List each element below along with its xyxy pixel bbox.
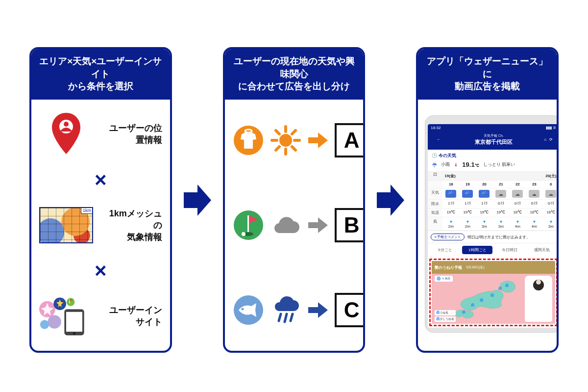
now-temp: 19.1℃ [462, 161, 479, 168]
svg-line-32 [291, 314, 293, 321]
svg-rect-24 [247, 215, 249, 233]
now-feel: しっとり 肌寒い [483, 161, 515, 168]
phone-screen: 18:32 ▮▮▮ ⚞ ← 天気予報 Ch. 東京都千代田区 ⌂ ⟳ [428, 124, 559, 328]
date-1: 19(金) [442, 172, 542, 180]
video-ad-creative: 髪のうねり予報 5月28日(金) 🌀 × A社 [432, 261, 555, 324]
hourly-rowlabel: 降水 [428, 200, 442, 209]
video-ad-slot[interactable]: 髪のうねり予報 5月28日(金) 🌀 × A社 [429, 259, 558, 326]
rain-cloud-icon [270, 294, 301, 326]
hourly-cell: 19℃ [476, 209, 492, 217]
hourly-wind-cell: ▾4m [526, 217, 542, 231]
panel3-title: アプリ「ウェザーニュース」に 動画広告を掲載 [418, 49, 557, 100]
now-cond: 小雨 [441, 161, 450, 168]
hourly-hour: 23 [526, 181, 542, 188]
panel-conditions: エリア×天気×ユーザーインサイト から条件を選択 ユーザーの位置情報 × [29, 47, 172, 353]
japan-map-icon: 🌀🌀 🌀🌀 🌀🌀 [445, 279, 524, 321]
row-location: ユーザーの位置情報 [39, 112, 162, 156]
hourly-rowlabel [428, 181, 442, 188]
svg-line-21 [292, 131, 295, 134]
now-title: 🕒 今の天気 [432, 153, 555, 159]
mesh-tag: 1km [81, 207, 93, 214]
svg-point-11 [73, 332, 76, 335]
hourly-cell: 1ﾐﾘ [442, 200, 459, 209]
svg-point-1 [64, 122, 69, 127]
panel3-body: 18:32 ▮▮▮ ⚞ ← 天気予報 Ch. 東京都千代田区 ⌂ ⟳ [418, 100, 557, 351]
output-a: A [335, 123, 366, 157]
panel1-title: エリア×天気×ユーザーインサイト から条件を選択 [31, 49, 170, 100]
svg-point-29 [241, 308, 244, 310]
flow-arrow-1 [184, 181, 211, 220]
user-insight-icon [39, 294, 93, 338]
sun-icon [270, 125, 301, 156]
hourly-wx-cell: ☁ [542, 188, 559, 200]
svg-text:🌀: 🌀 [505, 284, 509, 287]
hourly-hour: 19 [459, 181, 476, 188]
forecaster-comment: ⊙予報士コメント 明日は明け方までに雨が止みます。 [428, 231, 559, 243]
hourly-hour: 0 [542, 181, 559, 188]
arrow-icon [307, 299, 329, 321]
panel2-title: ユーザーの現在地の天気や興味関心 に合わせて広告を出し分け [225, 49, 364, 100]
hourly-cell: 0ﾐﾘ [526, 200, 542, 209]
status-signal: ▮▮▮ ⚞ [546, 126, 556, 130]
hourly-cell: 0ﾐﾘ [492, 200, 509, 209]
interval-tab[interactable]: 週間天気 [527, 246, 557, 254]
svg-text:🌀: 🌀 [498, 287, 502, 290]
hourly-rowlabel: 風 [428, 217, 442, 231]
back-icon[interactable]: ← [432, 137, 445, 142]
hourly-wind-cell: ▾3m [542, 217, 559, 231]
hourly-rowlabel: 天気 [428, 188, 442, 200]
hourly-wind-cell: ▾3m [492, 217, 509, 231]
hourly-wind-cell: ▾2m [442, 217, 459, 231]
output-c: C [335, 293, 366, 327]
svg-point-7 [48, 315, 61, 329]
row-mesh-label: 1kmメッシュの 気象情報 [102, 208, 162, 243]
row-mesh: 1km 1kmメッシュの 気象情報 [39, 203, 162, 247]
hourly-wx-cell: ☁ [509, 188, 526, 200]
phone-statusbar: 18:32 ▮▮▮ ⚞ [428, 124, 559, 131]
location-label: 東京都千代田区 [445, 138, 541, 146]
route-b: B [233, 208, 356, 242]
hourly-cell: 18℃ [526, 209, 542, 217]
hourly-hour: 20 [476, 181, 492, 188]
now-weather: 🕒 今の天気 ☔ 小雨 🌡 19.1℃ しっとり 肌寒い [428, 150, 559, 172]
forecaster-tag: ⊙予報士コメント [431, 234, 465, 240]
header-actions[interactable]: ⌂ ⟳ [541, 137, 555, 142]
home-icon[interactable]: ⌂ [544, 137, 546, 142]
ad-legend: 🌀うねる 🌀少しうねる [435, 310, 456, 322]
interval-tab[interactable]: 5分ごと [430, 246, 460, 254]
golf-flag-icon [233, 209, 264, 241]
hourly-wx-cell: ☁ [492, 188, 509, 200]
hourly-hour: 22 [509, 181, 526, 188]
hourly-cell: 18℃ [509, 209, 526, 217]
interval-tabs: 5分ごと1時間ごと今日明日週間天気 [428, 243, 559, 257]
now-cond-icon: ☔ [432, 162, 437, 167]
interval-tab[interactable]: 1時間ごと [462, 246, 492, 254]
hourly-header: 日 19(金) 20(土) [428, 172, 559, 181]
hourly-wind-cell: ▾4m [509, 217, 526, 231]
phone-mockup: 18:32 ▮▮▮ ⚞ ← 天気予報 Ch. 東京都千代田区 ⌂ ⟳ [425, 115, 559, 333]
svg-line-30 [279, 314, 281, 321]
hourly-wx-cell: ☁ [526, 188, 542, 200]
channel-label: 天気予報 Ch. [445, 133, 541, 138]
panel2-body: A [225, 100, 364, 351]
svg-text:🌀: 🌀 [462, 310, 466, 314]
output-b: B [335, 208, 366, 242]
hourly-rowlabel: 気温 [428, 209, 442, 217]
fish-icon [233, 294, 264, 326]
hourly-hour: 18 [442, 181, 459, 188]
row-insight: ユーザーインサイト [39, 294, 162, 338]
svg-rect-10 [66, 312, 82, 332]
mesh-weather-icon: 1km [39, 203, 93, 247]
status-time: 18:32 [431, 126, 441, 130]
reload-icon[interactable]: ⟳ [549, 137, 553, 142]
phone-titlebar: ← 天気予報 Ch. 東京都千代田区 ⌂ ⟳ [428, 131, 559, 150]
panel1-body: ユーザーの位置情報 × 1km 1kmメッシュの 気象情報 × [31, 100, 170, 351]
svg-point-8 [40, 320, 49, 329]
ad-title: 髪のうねり予報 [435, 265, 462, 270]
times-1: × [39, 174, 162, 186]
hourly-cell: 1ﾐﾘ [476, 200, 492, 209]
hourly-wx-cell: ☔ [476, 188, 492, 200]
interval-tab[interactable]: 今日明日 [494, 246, 525, 254]
svg-text:🌀: 🌀 [471, 303, 475, 307]
hourly-wx-cell: ☔ [442, 188, 459, 200]
